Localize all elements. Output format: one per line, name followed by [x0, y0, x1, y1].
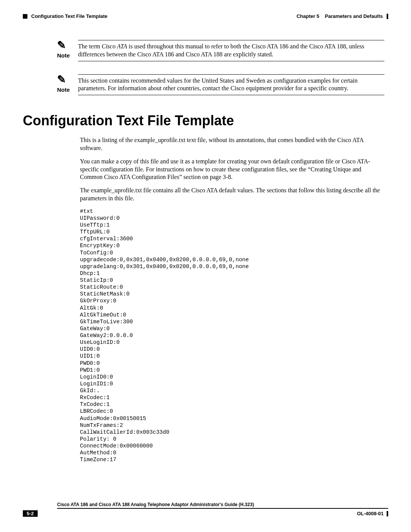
note-label: Note [57, 86, 70, 93]
header-left: Configuration Text File Template [23, 13, 107, 19]
note-divider [78, 40, 384, 40]
paragraph: You can make a copy of this file and use… [80, 158, 384, 181]
header-section: Configuration Text File Template [31, 13, 107, 19]
note-text: The term Cisco ATA is used throughout th… [78, 43, 384, 59]
paragraph: This is a listing of the example_uprofil… [80, 136, 384, 152]
pencil-icon: ✎ [57, 74, 66, 85]
note-block-2: ✎ Note This section contains recommended… [57, 74, 384, 98]
pencil-icon: ✎ [57, 40, 66, 51]
header-right: Chapter 5 Parameters and Defaults [296, 13, 388, 19]
vbar-icon [387, 511, 388, 516]
section-heading: Configuration Text File Template [23, 113, 388, 129]
vbar-icon [387, 14, 388, 19]
footer-doc-title: Cisco ATA 186 and Cisco ATA 188 Analog T… [57, 502, 388, 507]
note-divider [78, 61, 384, 61]
body-content: This is a listing of the example_uprofil… [80, 136, 384, 463]
doc-code: OL-4008-01 [357, 511, 384, 516]
document-page: Configuration Text File Template Chapter… [0, 0, 411, 532]
footer-rule [57, 508, 388, 509]
note-block-1: ✎ Note The term Cisco ATA is used throug… [57, 40, 384, 64]
note-label: Note [57, 52, 70, 59]
note-divider [78, 74, 384, 75]
note-text: This section contains recommended values… [78, 77, 384, 93]
paragraph: The example_uprofile.txt file contains a… [80, 187, 384, 203]
footer-left: 5-2 [23, 510, 41, 517]
block-icon [23, 14, 27, 19]
note-divider [78, 95, 384, 95]
page-header: Configuration Text File Template Chapter… [23, 13, 388, 19]
footer-right: OL-4008-01 [357, 511, 388, 516]
config-code-listing: #txt UIPassword:0 UseTftp:1 TftpURL:0 cf… [80, 208, 384, 463]
page-number: 5-2 [23, 510, 38, 517]
page-footer: Cisco ATA 186 and Cisco ATA 188 Analog T… [23, 502, 388, 517]
header-chapter: Chapter 5 Parameters and Defaults [296, 13, 383, 19]
